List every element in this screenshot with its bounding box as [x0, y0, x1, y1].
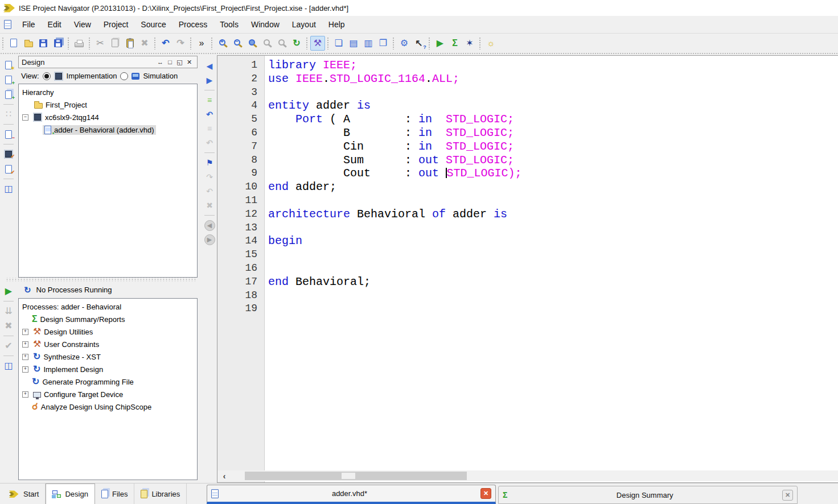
menu-process[interactable]: Process	[172, 18, 214, 31]
panel-restore-button[interactable]: ◱	[175, 59, 184, 66]
expander-icon[interactable]: +	[22, 329, 28, 335]
redo-button[interactable]: ↷	[173, 36, 188, 51]
code-area[interactable]: library IEEE;use IEEE.STD_LOGIC_1164.ALL…	[265, 56, 838, 482]
doc-tab-design-summary[interactable]: ΣDesign Summary✕	[498, 486, 798, 504]
synthesize-xst-entry[interactable]: ↻Synthesize - XST	[31, 352, 102, 362]
run-button[interactable]: ▶	[433, 36, 447, 51]
refresh-button[interactable]: ↻	[289, 36, 304, 51]
menu-view[interactable]: View	[68, 18, 97, 31]
toolbar-grip[interactable]	[428, 37, 431, 49]
force-process-up-to-date-button[interactable]: ✔	[2, 339, 15, 353]
toolbar-overflow-button[interactable]: »	[194, 36, 209, 51]
tree-item-configure-target-device[interactable]: +Configure Target Device	[22, 388, 197, 400]
tree-item-implement-design[interactable]: +↻Implement Design	[22, 363, 197, 375]
save-all-button[interactable]	[51, 36, 65, 51]
toolbar-grip[interactable]	[479, 37, 482, 49]
expander-icon[interactable]: +	[22, 341, 28, 348]
navigate-forward-button[interactable]: ►	[203, 233, 216, 246]
toolbar-grip[interactable]	[2, 37, 5, 49]
close-tab-icon[interactable]: ✕	[782, 490, 793, 501]
delete-button[interactable]: ✖	[137, 36, 152, 51]
toolbar-grip[interactable]	[327, 37, 330, 49]
highlight-lines-button[interactable]: ≡	[203, 94, 216, 106]
horizontal-scrollbar[interactable]: ‹	[217, 470, 838, 481]
expander-icon[interactable]: +	[22, 391, 28, 398]
tree-item-user-constraints[interactable]: +⚒User Constraints	[22, 338, 197, 350]
new-window-button[interactable]: ✶	[2, 58, 15, 72]
save-button[interactable]	[36, 36, 51, 51]
implement-top-module-button[interactable]: ⚒	[310, 36, 325, 51]
menu-edit[interactable]: Edit	[42, 18, 68, 31]
clear-highlight-button[interactable]: ≡	[203, 122, 216, 135]
first-project-entry[interactable]: First_Project	[32, 100, 89, 110]
tree-item-synthesize-xst[interactable]: +↻Synthesize - XST	[22, 350, 197, 363]
panel-undock-button[interactable]: ↔	[155, 59, 165, 66]
user-constraints-entry[interactable]: ⚒User Constraints	[31, 339, 101, 349]
add-source-button[interactable]: +	[2, 73, 15, 86]
abort-process-button[interactable]: ✖	[2, 319, 15, 333]
design-utilities-entry[interactable]: ⚒Design Utilities	[31, 327, 95, 337]
toolbar-grip[interactable]	[190, 37, 192, 49]
whats-this-help-button[interactable]: ↖?	[412, 36, 426, 51]
close-tab-icon[interactable]: ✕	[480, 488, 491, 499]
tree-item-generate-programming-file[interactable]: ↻Generate Programming File	[22, 375, 197, 388]
analyze-chipscope-button[interactable]: ✶	[462, 36, 477, 51]
previous-bookmark-button[interactable]: ↶	[203, 185, 216, 197]
tree-item-design-summary-reports[interactable]: ΣDesign Summary/Reports	[22, 313, 197, 325]
clear-bookmarks-button[interactable]: ✖	[203, 199, 216, 212]
expander-icon[interactable]: +	[22, 366, 28, 373]
toolbar-grip[interactable]	[88, 37, 91, 49]
toolbar-grip[interactable]	[154, 37, 157, 49]
tab-libraries[interactable]: Libraries	[134, 484, 187, 504]
doc-tab-adder-vhd[interactable]: adder.vhd*✕	[207, 485, 496, 504]
code-editor[interactable]: 12345678910111213141516171819 library IE…	[217, 55, 838, 483]
design-properties-button[interactable]: ✔	[2, 147, 15, 161]
toggle-split-panel-button[interactable]: ◫	[2, 182, 15, 196]
zoom-in-button[interactable]: +	[215, 36, 230, 51]
device-xc6slx9-entry[interactable]: xc6slx9-2tqg144	[31, 112, 101, 122]
processes-panel[interactable]: Processes: adder - Behavioral ΣDesign Su…	[18, 298, 198, 480]
copy-button[interactable]	[108, 36, 122, 51]
tile-vertically-button[interactable]: ▥	[361, 36, 376, 51]
next-bookmark-button[interactable]: ↷	[203, 171, 216, 183]
remove-source-button[interactable]: −	[2, 127, 15, 141]
rerun-all-processes-button[interactable]: ⇊	[2, 304, 15, 318]
new-file-button[interactable]	[6, 36, 21, 51]
menu-source[interactable]: Source	[134, 18, 172, 31]
menu-layout[interactable]: Layout	[286, 18, 322, 31]
expander-icon[interactable]: +	[22, 354, 28, 360]
source-properties-button[interactable]: ✔	[2, 162, 15, 176]
scrollbar-thumb[interactable]	[245, 472, 467, 480]
menu-tools[interactable]: Tools	[213, 18, 245, 31]
implement-design-entry[interactable]: ↻Implement Design	[31, 364, 105, 374]
float-window-button[interactable]: ❐	[376, 36, 391, 51]
navigate-back-button[interactable]: ◄	[203, 219, 216, 232]
zoom-out-button[interactable]: −	[230, 36, 245, 51]
design-summary-button[interactable]: Σ	[447, 36, 462, 51]
design-summary-reports-entry[interactable]: ΣDesign Summary/Reports	[30, 314, 126, 324]
analyze-design-chipscope-entry[interactable]: ☌Analyze Design Using ChipScope	[30, 402, 153, 412]
zoom-region-button[interactable]	[260, 36, 274, 51]
menu-window[interactable]: Window	[245, 18, 286, 31]
toggle-bookmark-button[interactable]: ⚑	[203, 156, 216, 169]
tab-design[interactable]: Design	[46, 484, 95, 504]
undo-button[interactable]: ↶	[158, 36, 173, 51]
add-copy-of-source-button[interactable]: +	[2, 88, 15, 101]
paste-button[interactable]	[122, 36, 137, 51]
redo-highlight-button[interactable]: ↶	[203, 137, 216, 149]
open-file-button[interactable]	[21, 36, 36, 51]
toolbar-grip[interactable]	[211, 37, 213, 49]
new-project-button[interactable]: ∷	[2, 108, 15, 121]
zoom-full-view-button[interactable]	[245, 36, 260, 51]
toggle-split-panel-button[interactable]: ◫	[2, 359, 15, 373]
mdi-document-icon[interactable]	[4, 20, 11, 29]
toolbar-grip[interactable]	[306, 37, 309, 49]
panel-maximize-button[interactable]: □	[165, 59, 175, 66]
generate-programming-file-entry[interactable]: ↻Generate Programming File	[30, 377, 135, 387]
toolbar-grip[interactable]	[67, 37, 70, 49]
menu-file[interactable]: File	[16, 18, 42, 31]
menu-help[interactable]: Help	[322, 18, 351, 31]
toolbar-grip[interactable]	[392, 37, 395, 49]
tree-item-first-project[interactable]: First_Project	[22, 98, 197, 111]
adder-behavioral-entry[interactable]: ▪adder - Behavioral (adder.vhd)	[43, 125, 156, 135]
